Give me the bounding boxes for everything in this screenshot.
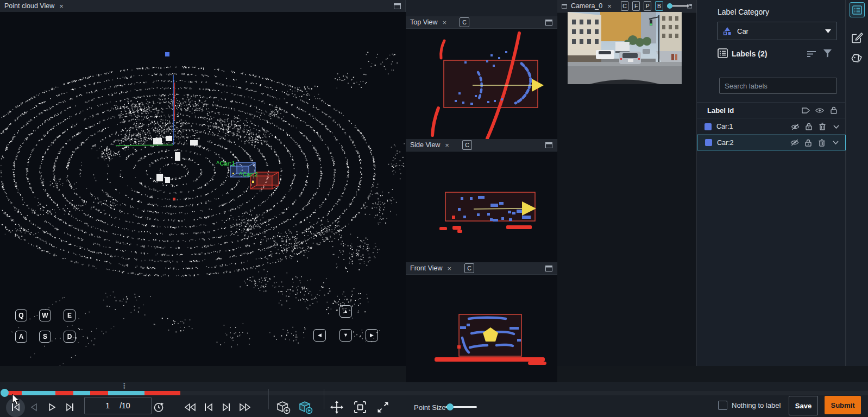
side-view-title: Side View xyxy=(410,141,440,149)
label-category-dropdown[interactable]: Car xyxy=(717,22,837,40)
move-tool-button[interactable] xyxy=(330,400,344,414)
pan-right-button[interactable]: ▶ xyxy=(366,329,378,342)
pan-up-button[interactable]: ▲ xyxy=(339,305,352,318)
window-restore-icon[interactable] xyxy=(545,142,552,148)
key-w[interactable]: W xyxy=(39,309,51,321)
label-row-car2[interactable]: Car:2 xyxy=(697,135,846,150)
camera-c-button[interactable]: C xyxy=(621,1,628,11)
timeline-segment[interactable] xyxy=(144,391,180,395)
edit-cuboid-mode-button[interactable] xyxy=(298,400,313,415)
timeline-segment[interactable] xyxy=(90,391,108,395)
fast-forward-button[interactable] xyxy=(239,401,251,413)
point-size-slider-knob[interactable] xyxy=(446,403,454,410)
front-view-c-button[interactable]: C xyxy=(464,263,474,273)
cube-add-icon xyxy=(276,401,291,414)
nothing-to-label-text: Nothing to label xyxy=(732,401,781,409)
search-labels-input[interactable] xyxy=(719,78,837,94)
pan-down-button[interactable]: ▼ xyxy=(339,329,352,342)
point-cloud-close-icon[interactable]: × xyxy=(59,3,64,10)
tag-icon[interactable] xyxy=(801,106,810,115)
side-view-c-button[interactable]: C xyxy=(462,140,472,150)
frame-current: 1 xyxy=(105,401,110,410)
category-value: Car xyxy=(737,27,749,35)
timeline-segment[interactable] xyxy=(73,391,90,395)
timeline-drag-handle[interactable]: ••• xyxy=(123,383,125,389)
prev-icon xyxy=(30,403,37,412)
labels-panel-toggle[interactable] xyxy=(850,2,865,17)
chevron-down-icon[interactable] xyxy=(832,122,840,131)
eye-icon[interactable] xyxy=(815,106,824,115)
camera-close-icon[interactable]: × xyxy=(607,3,612,10)
eye-off-icon[interactable] xyxy=(790,138,799,147)
trash-icon[interactable] xyxy=(818,122,827,131)
timeline-segment[interactable] xyxy=(55,391,73,395)
lock-icon[interactable] xyxy=(829,106,838,115)
front-view-title: Front View xyxy=(410,264,443,272)
step-forward-button[interactable] xyxy=(221,401,232,413)
lock-icon[interactable] xyxy=(804,122,813,131)
side-view-canvas[interactable] xyxy=(406,151,557,263)
nothing-to-label-checkbox[interactable] xyxy=(718,401,727,410)
edit-icon xyxy=(851,31,863,43)
key-a[interactable]: A xyxy=(15,331,27,343)
window-restore-icon[interactable] xyxy=(545,20,552,26)
playback-speed-button[interactable] xyxy=(153,401,165,413)
label-category-title: Label Category xyxy=(718,8,769,16)
window-restore-icon[interactable] xyxy=(545,266,552,271)
label-sidebar: Label Category Car Labels (2) Label Id xyxy=(697,0,846,366)
chevron-down-icon[interactable] xyxy=(831,138,840,147)
clock-icon xyxy=(153,402,164,413)
top-view-header: Top View × C xyxy=(406,16,557,29)
camera-opacity-slider[interactable] xyxy=(667,3,683,9)
timeline-playhead[interactable] xyxy=(1,389,9,397)
window-restore-icon[interactable] xyxy=(562,3,567,9)
camera-p-button[interactable]: P xyxy=(644,1,651,11)
prev-frame-button[interactable] xyxy=(28,401,40,413)
chevron-down-icon xyxy=(825,29,831,33)
next-frame-button[interactable] xyxy=(64,401,76,413)
key-q[interactable]: Q xyxy=(15,309,27,321)
mouse-cursor xyxy=(12,394,21,406)
top-view-close-icon[interactable]: × xyxy=(443,19,447,26)
play-button[interactable] xyxy=(46,401,58,413)
pan-left-button[interactable]: ◀ xyxy=(313,329,326,342)
step-back-button[interactable] xyxy=(203,401,215,413)
sort-icon[interactable] xyxy=(807,50,817,58)
camera-b-button[interactable]: B xyxy=(655,1,663,11)
trash-icon[interactable] xyxy=(817,138,826,147)
fast-rewind-button[interactable] xyxy=(184,401,196,413)
step-back-icon xyxy=(204,403,213,412)
edit-panel-toggle[interactable] xyxy=(851,31,863,43)
window-restore-icon[interactable] xyxy=(394,3,401,9)
filter-icon[interactable] xyxy=(823,49,832,58)
list-icon xyxy=(852,5,862,15)
camera-f-button[interactable]: F xyxy=(632,1,640,11)
app-root: { "menu": {"items": ["Instructions", "Sh… xyxy=(0,0,868,417)
frame-timeline[interactable] xyxy=(0,391,868,395)
label-color-swatch xyxy=(705,123,712,130)
timeline-segment[interactable] xyxy=(22,391,55,395)
key-e[interactable]: E xyxy=(64,309,76,321)
top-view-canvas[interactable] xyxy=(406,29,557,140)
lock-icon[interactable] xyxy=(804,138,813,147)
add-cuboid-button[interactable] xyxy=(276,400,291,415)
side-view-close-icon[interactable]: × xyxy=(445,142,449,149)
tags-panel-toggle[interactable] xyxy=(851,53,864,64)
fit-view-button[interactable] xyxy=(353,400,367,414)
front-view-close-icon[interactable]: × xyxy=(448,265,452,272)
key-d[interactable]: D xyxy=(64,331,76,343)
frame-counter[interactable]: 1 /10 xyxy=(84,397,152,414)
fullscreen-button[interactable] xyxy=(376,400,390,414)
submit-button[interactable]: Submit xyxy=(825,396,861,414)
front-view-canvas[interactable] xyxy=(406,275,557,383)
key-s[interactable]: S xyxy=(39,331,51,343)
eye-off-icon[interactable] xyxy=(791,122,800,131)
save-button[interactable]: Save xyxy=(789,396,818,415)
label-name: Car:1 xyxy=(716,123,733,130)
label-name: Car:2 xyxy=(717,139,734,147)
timeline-segment[interactable] xyxy=(108,391,144,395)
camera-panel: Camera_0 × C F P B xyxy=(557,0,697,366)
fast-forward-icon xyxy=(239,403,251,412)
label-row-car1[interactable]: Car:1 xyxy=(697,119,846,135)
top-view-c-button[interactable]: C xyxy=(460,17,469,27)
